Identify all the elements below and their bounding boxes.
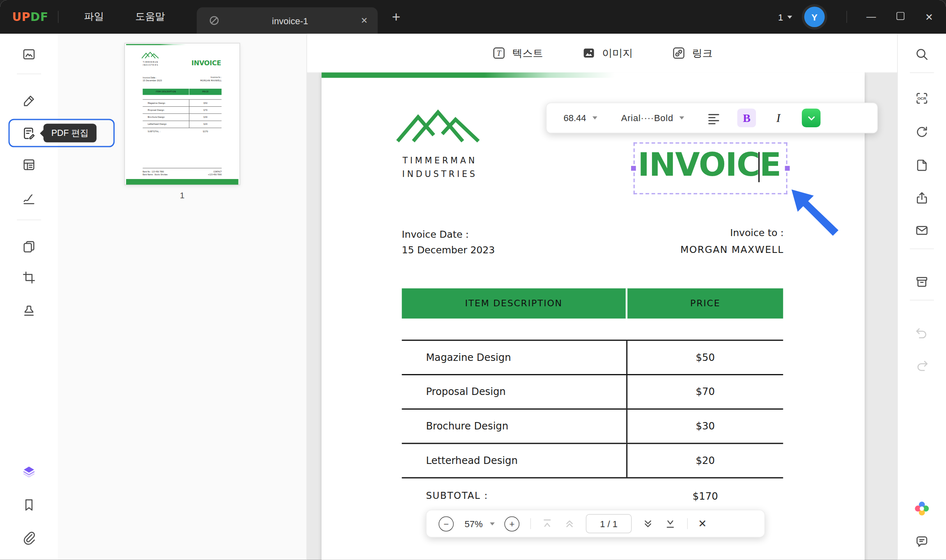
align-text-icon[interactable] xyxy=(707,111,720,124)
zoom-in-button[interactable]: + xyxy=(504,516,519,531)
menu-help[interactable]: 도움말 xyxy=(119,10,181,23)
table-header-row: ITEM DESCRIPTION PRICE xyxy=(402,288,783,318)
divider xyxy=(530,518,531,529)
col-header-price: PRICE xyxy=(627,288,783,318)
font-size-value[interactable]: 68.44 xyxy=(563,113,586,123)
window-page-count: 1 xyxy=(778,12,783,22)
pdf-edit-button[interactable] xyxy=(16,120,42,147)
last-page-button[interactable] xyxy=(664,518,676,530)
form-button[interactable] xyxy=(16,151,42,178)
italic-button[interactable]: I xyxy=(771,111,786,125)
invoice-to-label: Invoice to : xyxy=(680,225,784,241)
chat-bubble-icon xyxy=(915,535,929,549)
ocr-icon: OCR xyxy=(915,91,929,106)
organize-pages-button[interactable] xyxy=(16,234,42,260)
redo-button[interactable] xyxy=(909,353,935,380)
crop-button[interactable] xyxy=(16,264,42,291)
selection-handle-right[interactable] xyxy=(785,166,790,171)
search-icon xyxy=(915,47,929,62)
font-color-button[interactable] xyxy=(802,108,821,127)
font-name-value[interactable]: Arial····Bold xyxy=(621,113,673,123)
maximize-button[interactable] xyxy=(886,11,915,22)
minimize-button[interactable]: — xyxy=(857,11,886,22)
font-size-dropdown-icon[interactable] xyxy=(592,117,597,119)
menu-file[interactable]: 파일 xyxy=(68,10,119,23)
logo-text-right: DF xyxy=(30,10,48,23)
share-icon xyxy=(915,190,929,205)
annotate-button[interactable] xyxy=(16,87,42,114)
next-page-button[interactable] xyxy=(642,518,654,530)
zoom-level[interactable]: 57% xyxy=(464,519,482,529)
bookmark-icon xyxy=(22,498,36,512)
stamp-button[interactable] xyxy=(16,297,42,324)
company-name-line1[interactable]: TIMMERMAN xyxy=(321,156,558,165)
sign-button[interactable] xyxy=(16,186,42,213)
previous-page-button[interactable] xyxy=(563,518,575,530)
ai-flower-icon xyxy=(914,500,930,517)
selection-handle-left[interactable] xyxy=(631,166,636,171)
divider xyxy=(687,518,688,529)
edit-mode-toolbar: T 텍스트 이미지 xyxy=(307,34,897,72)
archive-box-icon xyxy=(915,275,929,289)
share-button[interactable] xyxy=(909,185,935,211)
tab-close-icon[interactable]: ✕ xyxy=(361,16,368,25)
search-button[interactable] xyxy=(909,41,935,68)
bold-button[interactable]: B xyxy=(737,108,756,127)
subtotal-value: $170 xyxy=(627,490,783,502)
ai-assistant-button[interactable] xyxy=(909,495,935,522)
ocr-button[interactable]: OCR xyxy=(909,85,935,112)
invoice-table[interactable]: ITEM DESCRIPTION PRICE Magazine Design$5… xyxy=(402,288,783,513)
page-thumbnail[interactable]: TIMMERMAN INDUSTRIES INVOICE Invoice Dat… xyxy=(125,44,239,185)
convert-refresh-icon xyxy=(915,125,929,139)
zoom-dropdown-icon[interactable] xyxy=(490,522,495,525)
right-toolbar: OCR xyxy=(897,34,946,560)
edit-image-button[interactable]: 이미지 xyxy=(582,46,633,60)
bookmark-button[interactable] xyxy=(16,492,42,519)
font-name-dropdown-icon[interactable] xyxy=(680,117,684,119)
new-tab-button[interactable]: + xyxy=(392,9,401,25)
first-page-button[interactable] xyxy=(541,518,553,530)
table-row: Letterhead Design$20 xyxy=(402,444,783,478)
avatar-initial: Y xyxy=(811,12,817,22)
reader-mode-button[interactable] xyxy=(16,41,42,68)
attachment-button[interactable] xyxy=(16,525,42,551)
invoice-top-band xyxy=(321,72,864,78)
archive-button[interactable] xyxy=(909,269,935,295)
convert-button[interactable] xyxy=(909,119,935,145)
page-indicator-input[interactable]: 1 / 1 xyxy=(586,514,632,533)
avatar[interactable]: Y xyxy=(804,7,825,27)
email-button[interactable] xyxy=(909,217,935,244)
blue-arrow-annotation xyxy=(789,187,852,239)
edit-text-button[interactable]: T 텍스트 xyxy=(492,46,543,60)
export-button[interactable] xyxy=(909,152,935,179)
annotate-pen-icon xyxy=(22,94,36,108)
export-document-icon xyxy=(915,158,929,172)
last-page-icon xyxy=(664,518,676,530)
company-name-line2[interactable]: INDUSTRIES xyxy=(321,169,558,179)
app-logo: UPDF xyxy=(12,10,48,23)
undo-button[interactable] xyxy=(909,320,935,347)
invoice-to-block[interactable]: Invoice to : MORGAN MAXWELL xyxy=(680,225,784,258)
feedback-button[interactable] xyxy=(909,528,935,555)
table-row: Proposal Design$70 xyxy=(402,375,783,410)
thumbnail-page-number: 1 xyxy=(180,190,184,200)
close-zoom-toolbar-button[interactable]: ✕ xyxy=(698,517,707,530)
form-icon xyxy=(22,158,36,172)
document-tab[interactable]: invoice-1 ✕ xyxy=(196,7,377,34)
window-page-dropdown[interactable]: 1 xyxy=(778,12,792,22)
text-selection-box[interactable] xyxy=(634,142,788,194)
image-tool-icon xyxy=(582,46,596,60)
edit-link-button[interactable]: 링크 xyxy=(671,46,712,60)
divider xyxy=(910,248,934,249)
close-window-button[interactable]: ✕ xyxy=(915,11,944,23)
table-body: Magazine Design$50 Proposal Design$70 Br… xyxy=(402,340,783,478)
invoice-date-block[interactable]: Invoice Date : 15 December 2023 xyxy=(402,227,495,258)
divider xyxy=(58,11,58,23)
company-logo-icon xyxy=(141,51,160,59)
crop-icon xyxy=(22,270,36,285)
layers-button[interactable] xyxy=(16,459,42,485)
zoom-out-button[interactable]: − xyxy=(439,516,454,531)
maximize-icon xyxy=(896,12,904,20)
logo-text-left: UP xyxy=(12,10,30,23)
document-canvas[interactable]: TIMMERMAN INDUSTRIES INVOICE Invoice Dat… xyxy=(307,72,897,560)
